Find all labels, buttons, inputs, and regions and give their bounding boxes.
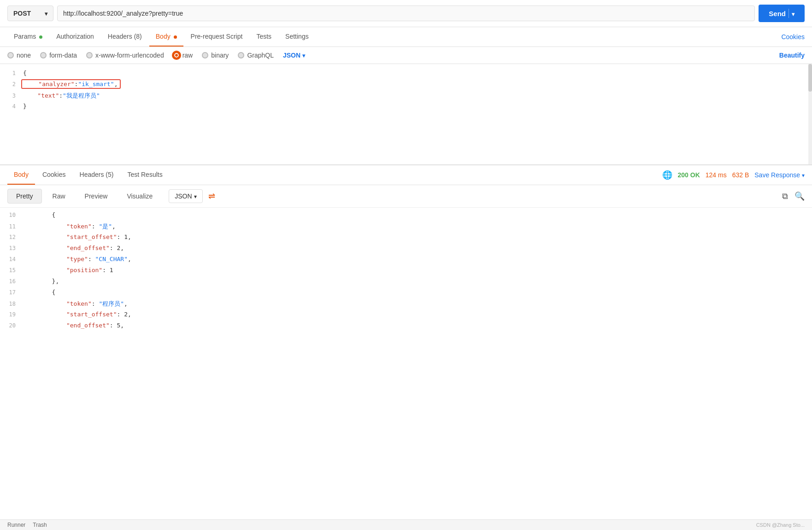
code-line-4: 4 } [0, 103, 812, 114]
resp-tab-headers-label: Headers (5) [80, 171, 114, 178]
resp-tab-cookies[interactable]: Cookies [36, 165, 72, 185]
send-chevron-icon [792, 10, 794, 17]
status-time: 124 ms [706, 171, 727, 179]
json-format-selector[interactable]: JSON [283, 52, 305, 59]
method-text: POST [13, 10, 31, 17]
resp-line-17: 17 { [0, 289, 812, 300]
response-format-chevron [194, 192, 197, 200]
radio-urlencoded [86, 52, 93, 58]
resp-tab-headers[interactable]: Headers (5) [73, 165, 120, 185]
view-raw-button[interactable]: Raw [44, 189, 74, 204]
response-status-info: 🌐 200 OK 124 ms 632 B Save Response [662, 170, 805, 180]
copy-icon[interactable]: ⧉ [782, 192, 788, 201]
radio-graphql [238, 52, 244, 58]
code-line-1: 1 { [0, 70, 812, 81]
radio-form-data [40, 52, 47, 58]
resp-line-15: 15 "position": 1 [0, 267, 812, 278]
option-none[interactable]: none [7, 52, 31, 59]
view-preview-button[interactable]: Preview [76, 189, 117, 204]
resp-line-13: 13 "end_offset": 2, [0, 245, 812, 256]
tab-params[interactable]: Params [7, 27, 49, 47]
highlighted-code: "analyzer":"ik_smart", [21, 79, 121, 89]
request-body-editor[interactable]: 1 { 2 "analyzer":"ik_smart", 3 "text":"我… [0, 64, 812, 165]
tab-tests-label: Tests [256, 33, 271, 40]
tab-settings[interactable]: Settings [279, 27, 315, 47]
response-right-icons: ⧉ 🔍 [782, 191, 805, 201]
view-pretty-button[interactable]: Pretty [7, 189, 42, 204]
option-raw-label: raw [182, 52, 193, 59]
resp-line-18: 18 "token": "程序员", [0, 300, 812, 311]
resp-tab-cookies-label: Cookies [42, 171, 66, 178]
body-dot [174, 35, 177, 39]
editor-scrollbar[interactable] [808, 64, 812, 164]
resp-tab-test-results-label: Test Results [127, 171, 162, 178]
tab-prerequest-label: Pre-request Script [191, 33, 243, 40]
option-binary[interactable]: binary [202, 52, 229, 59]
tab-headers-label: Headers (8) [108, 33, 142, 40]
option-graphql[interactable]: GraphQL [238, 52, 274, 59]
response-body-code: 10 { 11 "token": "是", 12 "start_offset":… [0, 208, 812, 346]
response-format-selector[interactable]: JSON [169, 189, 202, 203]
editor-scrollbar-thumb [808, 64, 812, 92]
wrap-icon[interactable]: ⇌ [208, 191, 215, 201]
option-urlencoded-label: x-www-form-urlencoded [95, 52, 164, 59]
option-none-label: none [17, 52, 31, 59]
resp-tab-body[interactable]: Body [7, 165, 35, 185]
response-tabs: Body Cookies Headers (5) Test Results 🌐 … [0, 165, 812, 185]
json-format-chevron [302, 52, 305, 59]
option-binary-label: binary [211, 52, 229, 59]
option-form-data[interactable]: form-data [40, 52, 77, 59]
method-selector[interactable]: POST [7, 6, 53, 21]
params-dot [39, 35, 42, 39]
send-label: Send [769, 10, 786, 17]
resp-tab-test-results[interactable]: Test Results [121, 165, 169, 185]
cookies-link[interactable]: Cookies [781, 28, 805, 46]
code-line-3: 3 "text":"我是程序员" [0, 92, 812, 103]
request-tabs: Params Authorization Headers (8) Body Pr… [0, 27, 812, 47]
resp-line-10: 10 { [0, 211, 812, 222]
response-toolbar: Pretty Raw Preview Visualize JSON ⇌ ⧉ 🔍 [0, 185, 812, 208]
radio-raw [173, 52, 180, 58]
status-size: 632 B [732, 171, 749, 179]
beautify-button[interactable]: Beautify [779, 52, 805, 59]
code-line-2: 2 "analyzer":"ik_smart", [0, 81, 812, 92]
code-lines: 1 { 2 "analyzer":"ik_smart", 3 "text":"我… [0, 64, 812, 119]
tab-prerequest[interactable]: Pre-request Script [184, 27, 249, 47]
globe-icon: 🌐 [662, 170, 672, 180]
url-input[interactable] [57, 6, 755, 21]
resp-line-14: 14 "type": "CN_CHAR", [0, 256, 812, 267]
tab-body-label: Body [156, 33, 171, 40]
body-options: none form-data x-www-form-urlencoded raw… [0, 47, 812, 64]
resp-line-11: 11 "token": "是", [0, 222, 812, 233]
resp-line-19: 19 "start_offset": 2, [0, 311, 812, 322]
tab-headers[interactable]: Headers (8) [101, 27, 148, 47]
option-raw[interactable]: raw [173, 52, 193, 59]
radio-binary [202, 52, 208, 58]
option-graphql-label: GraphQL [247, 52, 274, 59]
view-visualize-button[interactable]: Visualize [118, 189, 161, 204]
tab-params-label: Params [14, 33, 36, 40]
tab-settings-label: Settings [285, 33, 309, 40]
save-response-button[interactable]: Save Response [754, 171, 805, 179]
tab-body[interactable]: Body [149, 27, 183, 47]
save-response-label: Save Response [754, 171, 800, 179]
send-divider [788, 9, 789, 18]
tab-tests[interactable]: Tests [250, 27, 278, 47]
json-format-label: JSON [283, 52, 300, 59]
option-urlencoded[interactable]: x-www-form-urlencoded [86, 52, 164, 59]
tab-authorization-label: Authorization [56, 33, 94, 40]
resp-tab-body-label: Body [14, 171, 29, 178]
radio-none [7, 52, 14, 58]
resp-line-20: 20 "end_offset": 5, [0, 322, 812, 333]
send-button[interactable]: Send [759, 5, 805, 22]
method-chevron-icon [45, 10, 47, 17]
url-bar: POST Send [0, 0, 812, 27]
tab-authorization[interactable]: Authorization [50, 27, 100, 47]
save-resp-chevron [802, 171, 805, 179]
response-format-label: JSON [175, 192, 192, 200]
resp-line-12: 12 "start_offset": 1, [0, 233, 812, 245]
resp-line-16: 16 }, [0, 278, 812, 289]
search-icon[interactable]: 🔍 [794, 191, 805, 201]
option-form-data-label: form-data [49, 52, 77, 59]
status-ok: 200 OK [678, 171, 700, 179]
